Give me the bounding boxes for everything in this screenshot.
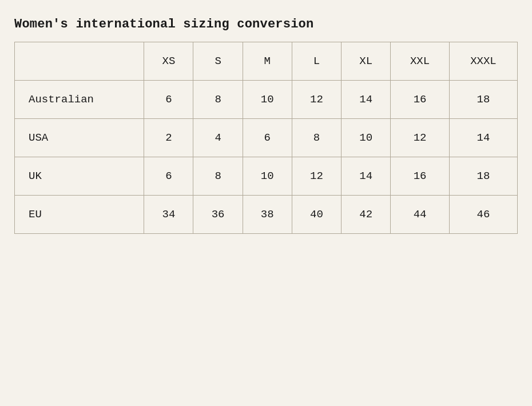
table-row: EU34363840424446: [15, 196, 518, 234]
cell-uk-4: 14: [342, 157, 391, 196]
header-xs: XS: [144, 42, 193, 81]
cell-australian-0: 6: [144, 81, 193, 119]
cell-usa-6: 14: [449, 119, 517, 157]
cell-usa-0: 2: [144, 119, 193, 157]
cell-eu-4: 42: [342, 196, 391, 234]
table-row: Australian681012141618: [15, 81, 518, 119]
header-s: S: [193, 42, 243, 81]
cell-australian-1: 8: [193, 81, 243, 119]
cell-usa-3: 8: [292, 119, 341, 157]
cell-eu-2: 38: [243, 196, 292, 234]
cell-australian-4: 14: [342, 81, 391, 119]
header-row: XS S M L XL XXL XXXL: [15, 42, 518, 81]
sizing-table: XS S M L XL XXL XXXL Australian681012141…: [14, 42, 518, 234]
cell-eu-5: 44: [391, 196, 450, 234]
cell-usa-2: 6: [243, 119, 292, 157]
cell-eu-1: 36: [193, 196, 243, 234]
row-label-uk: UK: [15, 157, 144, 196]
header-xxl: XXL: [391, 42, 450, 81]
cell-uk-2: 10: [243, 157, 292, 196]
cell-australian-6: 18: [449, 81, 517, 119]
cell-usa-4: 10: [342, 119, 391, 157]
header-empty: [15, 42, 144, 81]
cell-uk-6: 18: [449, 157, 517, 196]
cell-uk-5: 16: [391, 157, 450, 196]
cell-usa-1: 4: [193, 119, 243, 157]
row-label-eu: EU: [15, 196, 144, 234]
table-row: USA2468101214: [15, 119, 518, 157]
header-l: L: [292, 42, 341, 81]
header-xl: XL: [342, 42, 391, 81]
cell-eu-6: 46: [449, 196, 517, 234]
cell-uk-0: 6: [144, 157, 193, 196]
cell-australian-2: 10: [243, 81, 292, 119]
cell-uk-1: 8: [193, 157, 243, 196]
header-m: M: [243, 42, 292, 81]
page-container: Women's international sizing conversion …: [14, 17, 518, 234]
header-xxxl: XXXL: [449, 42, 517, 81]
cell-australian-5: 16: [391, 81, 450, 119]
row-label-australian: Australian: [15, 81, 144, 119]
page-title: Women's international sizing conversion: [14, 17, 518, 31]
cell-uk-3: 12: [292, 157, 341, 196]
table-row: UK681012141618: [15, 157, 518, 196]
cell-eu-3: 40: [292, 196, 341, 234]
cell-australian-3: 12: [292, 81, 341, 119]
cell-usa-5: 12: [391, 119, 450, 157]
row-label-usa: USA: [15, 119, 144, 157]
cell-eu-0: 34: [144, 196, 193, 234]
